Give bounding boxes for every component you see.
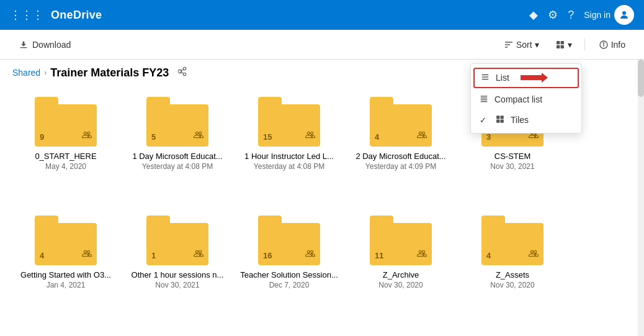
svg-point-8 (603, 42, 604, 43)
folder-count: 15 (263, 132, 272, 142)
avatar (614, 5, 634, 25)
folder-body: 15 (258, 104, 320, 147)
folder-icon: 16 (258, 216, 320, 265)
sort-icon (504, 40, 514, 50)
file-date: May 4, 2020 (45, 162, 86, 171)
file-date: Nov 30, 2021 (490, 162, 534, 171)
scrollbar-thumb[interactable] (638, 60, 644, 97)
svg-rect-3 (560, 41, 563, 44)
file-date: Yesterday at 4:08 PM (142, 162, 213, 171)
folder-shared-icon (194, 248, 203, 260)
folder-count: 5 (151, 132, 156, 142)
folder-body: 9 (35, 104, 97, 147)
folder-shared-icon (82, 130, 92, 142)
file-name: 1 Hour Instructor Led L... (244, 152, 334, 161)
folder-body: 1 (146, 223, 208, 265)
sort-button[interactable]: Sort ▾ (498, 36, 545, 53)
toolbar-right: Sort ▾ ▾ Info List (498, 36, 632, 53)
file-name: Other 1 hour sessions n... (132, 270, 224, 279)
folder-count: 4 (375, 132, 379, 142)
tiles-check: ✓ (480, 116, 490, 125)
folder-icon: 5 (146, 97, 208, 147)
dropdown-list-item[interactable]: List (473, 68, 579, 88)
file-name: CS-STEM (494, 152, 531, 161)
file-item[interactable]: 4 Z_Assets Nov 30, 2020 (457, 208, 568, 327)
dropdown-tiles-item[interactable]: ✓ Tiles (471, 110, 581, 130)
file-date: Nov 30, 2021 (155, 281, 199, 289)
svg-rect-17 (501, 116, 504, 119)
folder-body: 4 (370, 104, 432, 147)
svg-rect-1 (20, 47, 27, 48)
folder-icon: 1 (146, 216, 208, 265)
info-icon (599, 40, 609, 50)
download-icon (19, 40, 29, 50)
svg-rect-19 (501, 119, 504, 122)
list-icon (481, 73, 490, 83)
file-item[interactable]: 1 Other 1 hour sessions n... Nov 30, 202… (122, 208, 233, 327)
file-item[interactable]: 4 Getting Started with O3... Jan 4, 2021 (10, 208, 122, 327)
folder-body: 4 (35, 223, 97, 265)
sort-label: Sort (516, 40, 532, 50)
dropdown-compact-list-item[interactable]: Compact list (471, 89, 581, 110)
file-date: Dec 7, 2020 (269, 281, 310, 289)
tiles-label: Tiles (511, 115, 529, 125)
view-toggle-button[interactable]: ▾ (550, 36, 577, 53)
folder-icon: 4 (370, 97, 432, 147)
folder-shared-icon (305, 248, 315, 260)
file-name: Z_Archive (383, 270, 419, 279)
file-item[interactable]: 4 2 Day Microsoft Educat... Yesterday at… (345, 89, 457, 208)
toolbar: Download Sort ▾ ▾ Info (0, 30, 644, 60)
svg-rect-18 (496, 119, 499, 122)
tiles-icon (496, 115, 504, 125)
download-label: Download (32, 40, 71, 50)
folder-shared-icon (417, 248, 427, 260)
info-label: Info (611, 40, 625, 50)
folder-count: 9 (40, 132, 44, 142)
toolbar-divider (584, 39, 585, 51)
file-name: 1 Day Microsoft Educat... (132, 152, 222, 161)
folder-shared-icon (82, 248, 92, 260)
sign-in-label: Sign in (584, 10, 610, 20)
sign-in-button[interactable]: Sign in (584, 5, 634, 25)
scrollbar-track[interactable] (638, 60, 644, 336)
folder-icon: 15 (258, 97, 320, 147)
diamond-icon[interactable]: ◆ (529, 8, 538, 22)
folder-shared-icon (305, 130, 315, 142)
sort-chevron: ▾ (535, 40, 539, 50)
folder-icon: 9 (35, 97, 97, 147)
view-dropdown: List Compact list ✓ Tiles (470, 63, 582, 134)
list-label: List (496, 73, 509, 83)
file-date: Yesterday at 4:08 PM (254, 162, 324, 171)
help-icon[interactable]: ? (568, 9, 574, 22)
file-date: Yesterday at 4:09 PM (365, 162, 436, 171)
file-item[interactable]: 15 1 Hour Instructor Led L... Yesterday … (233, 89, 345, 208)
gear-icon[interactable]: ⚙ (548, 8, 558, 22)
breadcrumb-shared[interactable]: Shared (12, 68, 40, 78)
view-chevron: ▾ (568, 40, 572, 50)
folder-count: 4 (486, 251, 491, 260)
svg-rect-5 (560, 45, 563, 48)
file-item[interactable]: 11 Z_Archive Nov 30, 2020 (345, 208, 457, 327)
file-name: 0_START_HERE (35, 152, 96, 161)
file-name: Z_Assets (496, 270, 529, 279)
folder-shared-icon (194, 130, 203, 142)
info-button[interactable]: Info (593, 36, 632, 53)
svg-rect-16 (496, 116, 499, 119)
file-name: Teacher Solution Session... (240, 270, 338, 279)
file-date: Jan 4, 2021 (47, 281, 86, 289)
svg-rect-2 (557, 41, 560, 44)
file-item[interactable]: 16 Teacher Solution Session... Dec 7, 20… (233, 208, 345, 327)
svg-point-0 (622, 11, 626, 15)
waffle-icon[interactable]: ⋮⋮⋮ (10, 8, 43, 22)
file-item[interactable]: 9 0_START_HERE May 4, 2020 (10, 89, 122, 208)
folder-icon: 4 (481, 216, 543, 265)
folder-count: 11 (375, 251, 383, 260)
breadcrumb-separator: › (44, 68, 47, 77)
file-item[interactable]: 5 1 Day Microsoft Educat... Yesterday at… (122, 89, 233, 208)
file-date: Nov 30, 2020 (490, 281, 534, 289)
download-button[interactable]: Download (12, 36, 77, 53)
folder-count: 1 (151, 251, 156, 260)
compact-list-icon (480, 94, 488, 105)
folder-body: 16 (258, 223, 320, 265)
folder-count: 3 (486, 132, 491, 142)
